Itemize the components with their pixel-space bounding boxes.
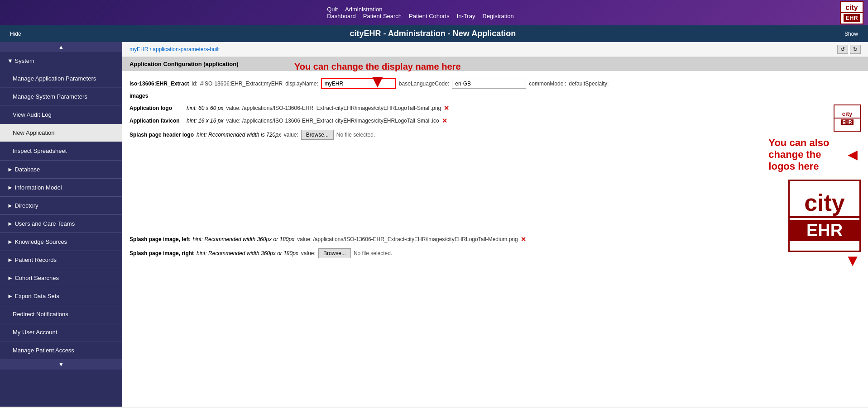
in-tray-link[interactable]: In-Tray xyxy=(457,13,475,19)
sidebar-section-header-database[interactable]: ► Database xyxy=(0,161,122,178)
sidebar-section-label-export-data-sets: ► Export Data Sets xyxy=(7,293,59,299)
splash-header-hint: hint: Recommended width is 720px xyxy=(197,132,281,138)
sidebar-section-label-knowledge-sources: ► Knowledge Sources xyxy=(7,238,67,245)
field-common-model-label: commonModel: xyxy=(529,81,566,87)
large-logo: city EHR xyxy=(788,180,861,252)
quit-link[interactable]: Quit xyxy=(327,6,338,13)
sidebar-section-label-database: ► Database xyxy=(7,166,40,173)
sidebar-section-users-care-teams: ► Users and Care Teams xyxy=(0,215,122,233)
administration-link[interactable]: Administration xyxy=(345,6,382,13)
splash-right-hint: hint: Recommended width 360px or 180px xyxy=(197,250,298,256)
logo-city-text: city xyxy=(845,4,858,11)
breadcrumb-path: myEHR / application-parameters-built xyxy=(129,46,220,52)
app-favicon-value: value: /applications/ISO-13606-EHR_Extra… xyxy=(226,118,439,124)
app-favicon-remove-button[interactable]: ✕ xyxy=(442,117,447,124)
app-logo-value: value: /applications/ISO-13606-EHR_Extra… xyxy=(226,105,441,111)
splash-header-label: Splash page header logo xyxy=(129,132,194,138)
logo-space xyxy=(129,145,759,236)
field-base-language-label: baseLanguageCode: xyxy=(399,81,449,87)
splash-right-no-file: No file selected. xyxy=(354,250,392,256)
sidebar-section-cohort-searches: ► Cohort Searches xyxy=(0,269,122,287)
sidebar-section-header-users-care-teams[interactable]: ► Users and Care Teams xyxy=(0,215,122,232)
sidebar-section-header-directory[interactable]: ► Directory xyxy=(0,197,122,214)
sidebar-section-label-patient-records: ► Patient Records xyxy=(7,256,57,263)
image-row-app-favicon: Application favicon hint: 16 x 16 px val… xyxy=(129,117,759,124)
image-row-splash-left: Splash page image, left hint: Recommende… xyxy=(129,236,759,243)
sidebar-section-header-system[interactable]: ▼ System xyxy=(0,52,122,70)
splash-left-hint: hint: Recommended width 360px or 180px xyxy=(192,236,294,242)
display-name-input[interactable] xyxy=(321,78,396,89)
splash-left-remove-button[interactable]: ✕ xyxy=(521,236,526,243)
field-row-main: iso-13606:EHR_Extract id: #ISO-13606:EHR… xyxy=(129,78,861,89)
sidebar-scroll-down[interactable]: ▼ xyxy=(0,360,122,370)
top-bar-right: Quit Administration Dashboard Patient Se… xyxy=(327,6,514,19)
sidebar-section-header-export-data-sets[interactable]: ► Export Data Sets xyxy=(0,287,122,305)
image-row-app-logo: Application logo hint: 60 x 60 px value:… xyxy=(129,104,759,112)
sidebar-item-view-audit-log[interactable]: View Audit Log xyxy=(0,106,122,124)
down-arrow-to-large-logo: ▼ xyxy=(844,251,861,270)
images-fields: Application logo hint: 60 x 60 px value:… xyxy=(129,104,759,264)
sidebar-section-database: ► Database xyxy=(0,161,122,179)
breadcrumb-back-button[interactable]: ↺ xyxy=(837,45,848,54)
form-area: iso-13606:EHR_Extract id: #ISO-13606:EHR… xyxy=(122,71,868,277)
sidebar-section-label-cohort-searches: ► Cohort Searches xyxy=(7,275,59,281)
sidebar-section-system: ▼ System Manage Application Parameters M… xyxy=(0,52,122,161)
sidebar-item-new-application[interactable]: New Application xyxy=(0,124,122,142)
field-id-label: id: xyxy=(192,81,197,87)
sidebar-section-export-data-sets: ► Export Data Sets xyxy=(0,287,122,305)
cityehr-logo: city EHR xyxy=(840,1,863,24)
show-button[interactable]: Show xyxy=(842,30,861,38)
hide-button[interactable]: Hide xyxy=(7,30,24,38)
sidebar-section-label-users-care-teams: ► Users and Care Teams xyxy=(7,220,75,227)
sidebar-section-header-info-model[interactable]: ► Information Model xyxy=(0,179,122,196)
sidebar-section-header-cohort-searches[interactable]: ► Cohort Searches xyxy=(0,269,122,287)
base-language-input[interactable] xyxy=(452,79,526,89)
large-logo-city: city xyxy=(804,191,845,214)
patient-cohorts-link[interactable]: Patient Cohorts xyxy=(409,13,450,19)
splash-left-label: Splash page image, left xyxy=(129,236,190,242)
registration-link[interactable]: Registration xyxy=(482,13,513,19)
sidebar-section-header-knowledge-sources[interactable]: ► Knowledge Sources xyxy=(0,233,122,251)
large-logo-divider xyxy=(790,216,859,218)
left-arrow-icon: ◄ xyxy=(844,145,861,164)
sidebar-item-redirect-notifications[interactable]: Redirect Notifications xyxy=(0,305,122,323)
breadcrumb: myEHR / application-parameters-built ↺ ↻ xyxy=(122,42,868,57)
splash-right-file-row: Browse... No file selected. xyxy=(318,248,392,258)
main-layout: ▲ ▼ System Manage Application Parameters… xyxy=(0,42,868,407)
section-header: Application Configuration (application) xyxy=(122,57,868,71)
sidebar-item-manage-sys-params[interactable]: Manage System Parameters xyxy=(0,88,122,106)
sidebar-section-label-system: ▼ System xyxy=(7,57,34,64)
sidebar-item-manage-app-params[interactable]: Manage Application Parameters xyxy=(0,70,122,88)
top-bar: Quit Administration Dashboard Patient Se… xyxy=(0,0,868,25)
sidebar-section-directory: ► Directory xyxy=(0,197,122,215)
sidebar: ▲ ▼ System Manage Application Parameters… xyxy=(0,42,122,407)
app-favicon-hint: hint: 16 x 16 px xyxy=(187,118,223,124)
large-logo-ehr: EHR xyxy=(790,220,859,241)
app-title-bar: Hide cityEHR - Administration - New Appl… xyxy=(0,25,868,42)
sidebar-item-inspect-spreadsheet[interactable]: Inspect Spreadsheet xyxy=(0,142,122,160)
splash-right-browse-button[interactable]: Browse... xyxy=(318,248,351,258)
patient-search-link[interactable]: Patient Search xyxy=(363,13,402,19)
field-label-extract: iso-13606:EHR_Extract xyxy=(129,81,189,87)
content-area: myEHR / application-parameters-built ↺ ↻… xyxy=(122,42,868,407)
sidebar-item-manage-patient-access[interactable]: Manage Patient Access xyxy=(0,342,122,360)
breadcrumb-forward-button[interactable]: ↻ xyxy=(850,45,861,54)
dashboard-link[interactable]: Dashboard xyxy=(327,13,356,19)
logo-annotation-row: You can also change the logos here ◄ xyxy=(768,137,861,172)
splash-header-no-file: No file selected. xyxy=(336,132,375,138)
splash-right-label: Splash page image, right xyxy=(129,250,194,256)
sidebar-scroll-up[interactable]: ▲ xyxy=(0,42,122,52)
sidebar-item-my-user-account[interactable]: My User Account xyxy=(0,323,122,342)
app-logo-remove-button[interactable]: ✕ xyxy=(444,104,449,112)
small-logo-divider xyxy=(834,118,860,119)
images-section: Application logo hint: 60 x 60 px value:… xyxy=(129,104,861,270)
sidebar-section-header-patient-records[interactable]: ► Patient Records xyxy=(0,251,122,269)
field-default-specialty-label: defaultSpecialty: xyxy=(569,81,609,87)
splash-header-browse-button[interactable]: Browse... xyxy=(301,130,334,140)
small-logo-city: city xyxy=(842,111,852,117)
images-label: images xyxy=(129,93,861,99)
small-logo-ehr: EHR xyxy=(841,119,853,125)
small-logo: city EHR xyxy=(834,104,861,132)
app-favicon-label: Application favicon xyxy=(129,118,184,124)
image-row-splash-header: Splash page header logo hint: Recommende… xyxy=(129,130,759,140)
